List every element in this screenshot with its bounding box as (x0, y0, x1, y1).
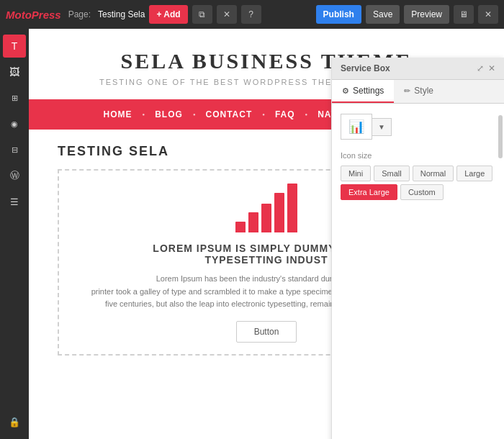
bar-chart (235, 182, 297, 232)
tab-style[interactable]: ✏ Style (394, 80, 444, 103)
nav-dot-2: ● (193, 112, 196, 117)
tab-settings-label: Settings (353, 86, 384, 96)
sidebar-icon-layout[interactable]: ⊟ (3, 138, 26, 161)
publish-button[interactable]: Publish (316, 5, 361, 24)
size-normal[interactable]: Normal (413, 166, 454, 181)
size-options: Mini Small Normal Large Extra Large Cust… (341, 166, 495, 200)
add-button[interactable]: + Add (149, 5, 187, 24)
sidebar-icon-menu[interactable]: ☰ (3, 190, 26, 213)
sidebar-icon-text[interactable]: T (3, 35, 26, 58)
motopress-logo: MotoPress (6, 9, 61, 21)
tab-settings[interactable]: ⚙ Settings (332, 80, 394, 103)
sidebar-icon-image[interactable]: 🖼 (3, 60, 26, 83)
save-button[interactable]: Save (366, 5, 400, 24)
nav-dot-3: ● (262, 112, 265, 117)
nav-dot-4: ● (305, 112, 308, 117)
close-page-icon: ✕ (223, 9, 230, 19)
settings-icon: ⚙ (342, 86, 349, 96)
monitor-button[interactable]: 🖥 (454, 5, 474, 24)
nav-item-contact[interactable]: CONTACT (196, 109, 263, 119)
panel-expand-icon[interactable]: ⤢ (477, 63, 484, 73)
help-icon: ? (248, 9, 253, 19)
selected-icon: 📊 (348, 119, 364, 135)
icon-picker-dropdown[interactable]: ▼ (372, 118, 392, 136)
main-close-icon: ✕ (485, 9, 492, 19)
main-close-button[interactable]: ✕ (478, 5, 498, 24)
nav-item-home[interactable]: HOME (94, 109, 143, 119)
nav-item-blog[interactable]: BLOG (145, 109, 193, 119)
bar-2 (248, 212, 258, 232)
right-panel: Service Box ⤢ ✕ ⚙ Settings ✏ Style 📊 (331, 58, 504, 439)
panel-header: Service Box ⤢ ✕ (332, 58, 504, 80)
panel-tabs: ⚙ Settings ✏ Style (332, 80, 504, 104)
toolbar: MotoPress Page: Testing Sela + Add ⧉ ✕ ?… (0, 0, 504, 29)
size-mini[interactable]: Mini (341, 166, 371, 181)
service-button[interactable]: Button (236, 321, 297, 343)
icon-picker-box[interactable]: 📊 (341, 114, 372, 140)
copy-icon: ⧉ (199, 9, 205, 19)
main-layout: T 🖼 ⊞ ◉ ⊟ Ⓦ ☰ 🔒 SELA BUSINESS THEME TEST… (0, 29, 504, 439)
bar-5 (287, 184, 297, 232)
sidebar-icon-lock[interactable]: 🔒 (3, 410, 26, 433)
bar-4 (274, 193, 284, 232)
size-extra-large[interactable]: Extra Large (341, 184, 397, 200)
panel-body: 📊 ▼ Icon size Mini Small Normal Large Ex… (332, 104, 504, 439)
sidebar-icon-media[interactable]: ◉ (3, 112, 26, 135)
bar-1 (235, 222, 246, 232)
panel-header-icons: ⤢ ✕ (477, 63, 495, 73)
help-button[interactable]: ? (241, 5, 261, 24)
size-large[interactable]: Large (456, 166, 492, 181)
preview-button[interactable]: Preview (404, 5, 449, 24)
size-custom[interactable]: Custom (400, 184, 444, 200)
page-name: Testing Sela (98, 9, 145, 19)
nav-dot-1: ● (143, 112, 145, 117)
size-small[interactable]: Small (374, 166, 410, 181)
monitor-icon: 🖥 (459, 9, 468, 19)
panel-scroll-indicator (498, 115, 503, 158)
style-icon: ✏ (404, 86, 410, 96)
panel-title: Service Box (341, 63, 390, 73)
sidebar-icon-grid[interactable]: ⊞ (3, 86, 26, 109)
page-label: Page: (68, 9, 91, 19)
icon-size-label: Icon size (341, 151, 495, 160)
copy-button[interactable]: ⧉ (192, 5, 212, 24)
bar-3 (261, 204, 271, 232)
sidebar-icon-wordpress[interactable]: Ⓦ (3, 164, 26, 187)
tab-style-label: Style (414, 86, 433, 96)
panel-close-icon[interactable]: ✕ (488, 63, 495, 73)
left-sidebar: T 🖼 ⊞ ◉ ⊟ Ⓦ ☰ 🔒 (0, 29, 29, 439)
close-page-button[interactable]: ✕ (217, 5, 237, 24)
nav-item-faq[interactable]: FAQ (265, 109, 305, 119)
icon-picker[interactable]: 📊 ▼ (341, 114, 495, 140)
